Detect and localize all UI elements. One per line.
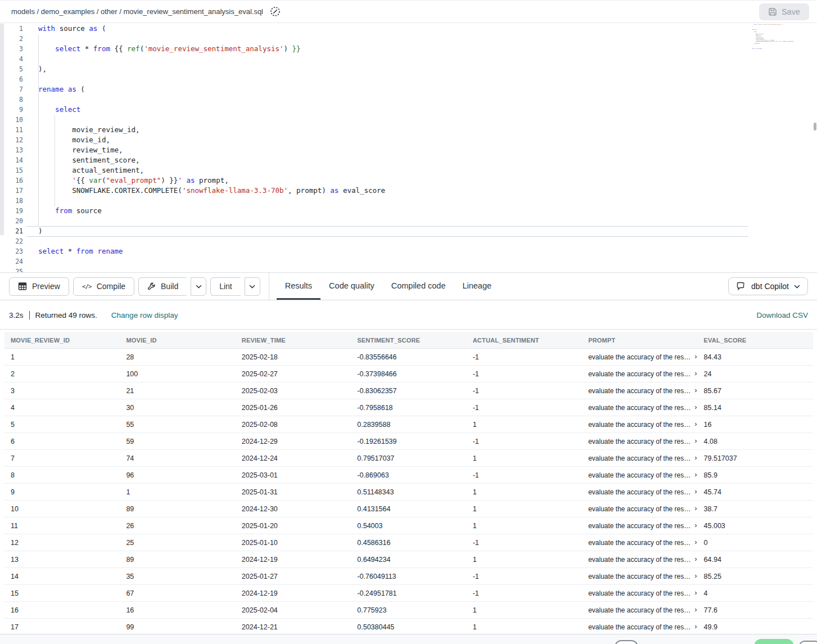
table-cell: 1 — [467, 623, 582, 631]
column-header[interactable]: PROMPT — [582, 337, 697, 344]
table-cell: 1 — [4, 353, 120, 361]
prompt-expand-icon[interactable]: › — [694, 353, 697, 361]
prompt-cell: evaluate the accuracy of the res…› — [582, 437, 697, 445]
prompt-preview-text: evaluate the accuracy of the res… — [588, 438, 690, 445]
table-cell: 25 — [120, 539, 235, 547]
table-cell: 96 — [120, 471, 235, 479]
prompt-cell: evaluate the accuracy of the res…› — [582, 623, 697, 631]
table-cell: 2024-12-19 — [236, 556, 351, 564]
download-csv-link[interactable]: Download CSV — [756, 311, 808, 319]
table-cell: 26 — [120, 522, 235, 530]
status-separator — [29, 311, 30, 319]
table-cell: 28 — [120, 353, 235, 361]
change-row-display-link[interactable]: Change row display — [111, 311, 178, 319]
table-cell: -0.19261539 — [351, 438, 466, 445]
prompt-expand-icon[interactable]: › — [694, 538, 697, 546]
tab-lineage[interactable]: Lineage — [454, 273, 500, 300]
file-header-bar: models / demo_examples / other / movie_r… — [0, 0, 817, 23]
column-header[interactable]: EVAL_SCORE — [698, 337, 813, 344]
table-cell: 12 — [4, 539, 120, 547]
prompt-cell: evaluate the accuracy of the res…› — [582, 471, 697, 479]
table-cell: 2 — [4, 370, 120, 378]
prompt-expand-icon[interactable]: › — [694, 505, 697, 512]
prompt-expand-icon[interactable]: › — [694, 555, 697, 563]
table-cell: 21 — [120, 387, 235, 395]
prompt-expand-icon[interactable]: › — [694, 420, 697, 428]
prompt-expand-icon[interactable]: › — [694, 606, 697, 614]
table-horizontal-scrollbar[interactable] — [0, 634, 817, 644]
prompt-preview-text: evaluate the accuracy of the res… — [588, 623, 690, 631]
lint-button[interactable]: Lint — [210, 277, 241, 296]
table-cell: 2025-02-27 — [236, 370, 351, 378]
prompt-expand-icon[interactable]: › — [694, 403, 697, 411]
table-cell: -1 — [467, 539, 582, 547]
column-header[interactable]: MOVIE_ID — [120, 337, 235, 344]
table-cell: 0 — [698, 539, 813, 547]
prompt-cell: evaluate the accuracy of the res…› — [582, 353, 697, 361]
column-header[interactable]: MOVIE_REVIEW_ID — [4, 337, 120, 344]
build-button[interactable]: Build — [138, 277, 187, 296]
table-cell: 14 — [4, 573, 120, 580]
column-header[interactable]: REVIEW_TIME — [236, 337, 351, 344]
clipped-green-pill-button[interactable] — [754, 639, 794, 644]
prompt-expand-icon[interactable]: › — [694, 623, 697, 631]
table-cell: 1 — [120, 488, 235, 496]
build-button-label: Build — [161, 282, 178, 291]
table-cell: 2025-02-18 — [236, 353, 351, 361]
compile-button[interactable]: </> Compile — [73, 277, 134, 296]
table-cell: 2025-02-04 — [236, 606, 351, 614]
build-dropdown-button[interactable] — [191, 277, 206, 296]
prompt-expand-icon[interactable]: › — [694, 370, 697, 377]
preview-button[interactable]: Preview — [9, 277, 69, 296]
table-cell: 2025-01-27 — [236, 573, 351, 580]
table-header-row: MOVIE_REVIEW_IDMOVIE_IDREVIEW_TIMESENTIM… — [4, 332, 813, 349]
table-cell: -1 — [467, 387, 582, 395]
prompt-expand-icon[interactable]: › — [694, 454, 697, 462]
table-cell: 67 — [120, 589, 235, 597]
table-cell: -1 — [467, 438, 582, 445]
table-cell: 17 — [4, 623, 120, 631]
prompt-expand-icon[interactable]: › — [694, 521, 697, 529]
clipped-bottom-button[interactable] — [799, 641, 817, 644]
file-action-button[interactable] — [269, 6, 281, 18]
prompt-expand-icon[interactable]: › — [694, 386, 697, 394]
build-button-group: Build — [138, 277, 206, 296]
prompt-cell: evaluate the accuracy of the res…› — [582, 538, 697, 547]
table-cell: 85.67 — [698, 387, 813, 395]
table-cell: 59 — [120, 438, 235, 445]
editor-minimap[interactable]: with source as ( select * from {{ ref('m… — [752, 24, 815, 54]
table-cell: 3 — [4, 387, 120, 395]
table-cell: 4 — [4, 404, 120, 412]
prompt-cell: evaluate the accuracy of the res…› — [582, 505, 697, 513]
tab-results[interactable]: Results — [277, 273, 321, 300]
table-cell: -0.83556646 — [351, 353, 466, 361]
prompt-expand-icon[interactable]: › — [694, 572, 697, 580]
table-cell: 45.74 — [698, 488, 813, 496]
save-button[interactable]: Save — [759, 3, 809, 20]
editor-scrollbar-thumb[interactable] — [814, 123, 816, 130]
table-cell: 9 — [4, 488, 120, 496]
table-cell: 4.08 — [698, 438, 813, 445]
lint-dropdown-button[interactable] — [245, 277, 260, 296]
clipped-bottom-button[interactable] — [615, 640, 638, 644]
table-cell: -1 — [467, 471, 582, 479]
column-header[interactable]: SENTIMENT_SCORE — [351, 337, 466, 344]
prompt-expand-icon[interactable]: › — [694, 589, 697, 597]
tab-compiled-code[interactable]: Compiled code — [383, 273, 454, 300]
prompt-expand-icon[interactable]: › — [694, 488, 697, 496]
table-cell: 0.4131564 — [351, 505, 466, 513]
table-cell: 85.9 — [698, 471, 813, 479]
prompt-expand-icon[interactable]: › — [694, 437, 697, 445]
table-row: 5552025-02-080.28395881evaluate the accu… — [4, 416, 813, 433]
table-grid-icon — [18, 282, 27, 291]
column-header[interactable]: ACTUAL_SENTIMENT — [467, 337, 582, 344]
sql-code-editor[interactable]: 1234567891011121314151617181920212223242… — [0, 24, 817, 272]
tab-code-quality[interactable]: Code quality — [321, 273, 383, 300]
prompt-expand-icon[interactable]: › — [694, 471, 697, 479]
table-cell: 0.775923 — [351, 606, 466, 614]
dbt-copilot-button[interactable]: dbt Copilot — [728, 277, 808, 295]
code-content[interactable]: with source as ( select * from {{ ref('m… — [38, 24, 385, 272]
table-cell: 2025-01-26 — [236, 404, 351, 412]
table-cell: 89 — [120, 556, 235, 564]
copilot-chat-sparkle-icon — [736, 281, 746, 291]
